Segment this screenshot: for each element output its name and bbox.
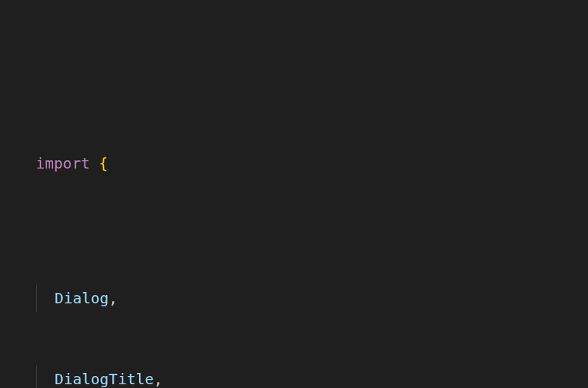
code-editor[interactable]: import { Dialog, DialogTitle, DialogCont… [0, 0, 588, 388]
keyword-import: import [36, 154, 90, 172]
code-line: Dialog, [36, 285, 588, 312]
code-line: import { [36, 150, 588, 177]
code-line: DialogTitle, [36, 366, 588, 388]
comma: , [108, 289, 117, 307]
brace-open: { [99, 154, 108, 172]
identifier: Dialog [55, 289, 108, 307]
comma: , [154, 370, 163, 388]
identifier: DialogTitle [55, 370, 153, 388]
